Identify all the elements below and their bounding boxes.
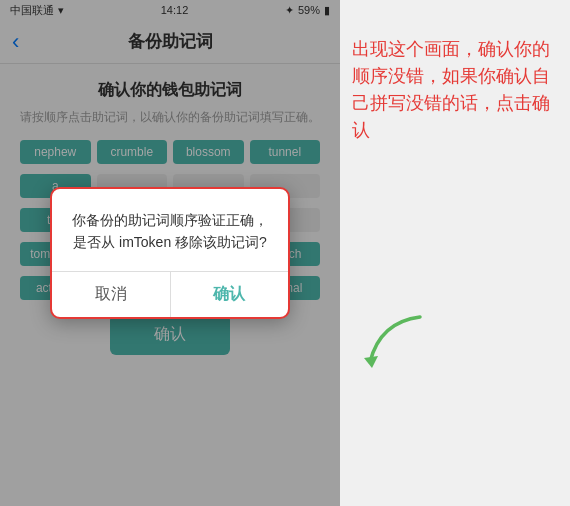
svg-marker-0 bbox=[364, 356, 378, 368]
dialog-overlay: 你备份的助记词顺序验证正确，是否从 imToken 移除该助记词? 取消 确认 bbox=[0, 0, 340, 506]
dialog-buttons: 取消 确认 bbox=[52, 271, 288, 317]
arrow-icon bbox=[350, 312, 430, 372]
dialog-box: 你备份的助记词顺序验证正确，是否从 imToken 移除该助记词? 取消 确认 bbox=[50, 187, 290, 320]
dialog-confirm-button[interactable]: 确认 bbox=[171, 272, 289, 317]
arrow-container bbox=[350, 312, 430, 376]
phone-screen: 中国联通 ▾ 14:12 ✦ 59% ▮ ‹ 备份助记词 确认你的钱包助记词 请… bbox=[0, 0, 340, 506]
dialog-cancel-button[interactable]: 取消 bbox=[52, 272, 171, 317]
annotation-text: 出现这个画面，确认你的顺序没错，如果你确认自己拼写没错的话，点击确认 bbox=[352, 36, 558, 144]
dialog-message: 你备份的助记词顺序验证正确，是否从 imToken 移除该助记词? bbox=[68, 209, 272, 254]
annotation-area: 出现这个画面，确认你的顺序没错，如果你确认自己拼写没错的话，点击确认 bbox=[340, 0, 570, 506]
